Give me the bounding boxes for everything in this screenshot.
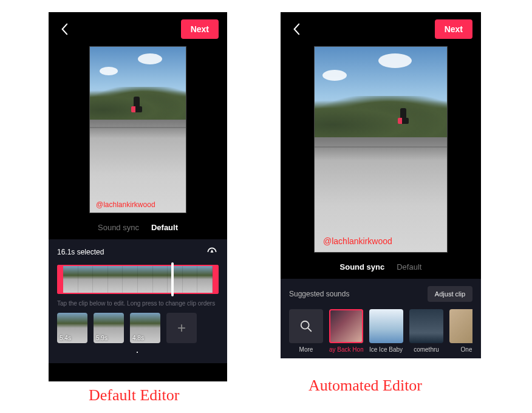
clip-list: 5.4s 5.9s 4.8s + [57,313,219,343]
chevron-left-icon [292,23,301,35]
scene-ramp [315,137,447,252]
back-button[interactable] [57,22,72,36]
preview-container: @lachlankirkwood [49,46,227,219]
caption-automated-editor: Automated Editor [309,377,422,395]
timeline-trimmer[interactable] [57,265,219,294]
sound-cover[interactable] [409,309,443,343]
phone-automated-editor: Next @lachlankirkwood Sound sync Default… [281,12,481,358]
sound-item[interactable]: comethru [409,309,443,353]
more-sounds-cover[interactable] [289,309,323,343]
default-editor-panel: 16.1s selected Tap the clip below to edi… [49,239,227,363]
chevron-left-icon [60,23,69,35]
duration-selected-label: 16.1s selected [57,248,104,256]
scene-rider [134,97,142,112]
tab-sound-sync[interactable]: Sound sync [340,262,385,271]
sound-label: One [461,346,472,353]
playhead[interactable] [171,262,174,296]
watermark-text: @lachlankirkwood [96,200,155,209]
sound-item[interactable]: ay Back Home [329,309,363,353]
sound-cover[interactable] [369,309,403,343]
add-clip-button[interactable]: + [166,313,197,343]
speedometer-icon [206,246,218,258]
back-button[interactable] [289,22,304,36]
page-indicator: · [57,343,219,358]
sound-cover[interactable] [449,309,472,343]
svg-line-1 [308,328,312,332]
mode-tabs: Sound sync Default [49,219,227,239]
selection-row: 16.1s selected [57,245,219,259]
sound-item[interactable]: One [449,309,472,353]
sounds-scroller[interactable]: More ay Back Home Ice Ice Baby ( comethr… [289,309,472,353]
sound-label: ay Back Home [329,346,363,353]
top-bar: Next [49,12,227,46]
scene-rider [400,108,409,124]
next-button[interactable]: Next [435,19,472,39]
clip-thumb[interactable]: 5.4s [57,313,87,343]
tab-sound-sync[interactable]: Sound sync [98,223,139,232]
adjust-clip-button[interactable]: Adjust clip [428,286,472,302]
sound-label: More [299,346,313,353]
clip-thumb[interactable]: 5.9s [94,313,124,343]
scene-ramp [90,120,186,213]
caption-default-editor: Default Editor [89,386,179,404]
edit-hint-text: Tap the clip below to edit. Long press t… [57,300,219,307]
sounds-header-row: Suggested sounds Adjust clip [289,286,472,302]
video-preview[interactable]: @lachlankirkwood [314,46,448,253]
sound-cover[interactable] [329,309,363,343]
plus-icon: + [177,319,186,336]
clip-duration: 4.8s [132,335,144,341]
phone-default-editor: Next @lachlankirkwood Sound sync Default… [49,12,227,381]
tab-default[interactable]: Default [151,223,178,232]
sound-label: comethru [414,346,439,353]
sound-sync-panel: Suggested sounds Adjust clip More ay Bac… [281,279,481,358]
search-icon [299,319,313,333]
speed-button[interactable] [205,245,219,259]
suggested-sounds-label: Suggested sounds [289,290,349,298]
sound-label: Ice Ice Baby ( [369,346,403,353]
preview-container: @lachlankirkwood [281,46,481,259]
top-bar: Next [281,12,481,46]
clip-duration: 5.9s [96,335,107,341]
tab-default[interactable]: Default [397,262,421,271]
video-preview[interactable]: @lachlankirkwood [89,46,186,213]
clip-duration: 5.4s [60,335,71,341]
watermark-text: @lachlankirkwood [323,236,392,246]
sound-item-more[interactable]: More [289,309,323,353]
next-button[interactable]: Next [181,19,219,39]
clip-thumb[interactable]: 4.8s [130,313,160,343]
mode-tabs: Sound sync Default [281,259,481,279]
sound-item[interactable]: Ice Ice Baby ( [369,309,403,353]
